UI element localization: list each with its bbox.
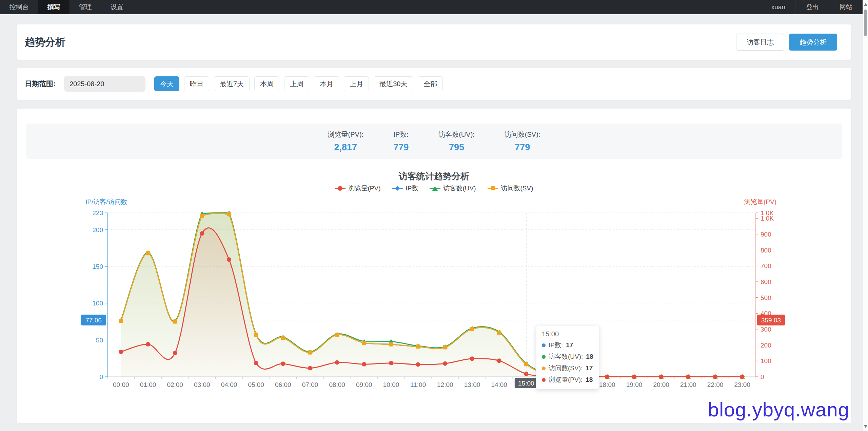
stat-label: 访问数(SV): bbox=[505, 130, 540, 139]
x-axis-label: 10:00 bbox=[383, 381, 399, 388]
nav-user-menu: xuan登出网站 bbox=[761, 0, 863, 14]
right-axis-tick-label: 600 bbox=[761, 278, 771, 285]
scrollbar-thumb[interactable] bbox=[864, 10, 867, 36]
data-point bbox=[713, 375, 717, 379]
x-axis-label: 11:00 bbox=[410, 381, 426, 388]
data-point bbox=[362, 362, 366, 367]
x-axis-label: 12:00 bbox=[437, 381, 453, 388]
date-input[interactable] bbox=[64, 76, 145, 92]
page-body: 趋势分析 访客日志趋势分析 日期范围: 今天昨日最近7天本周上周本月上月最近30… bbox=[0, 24, 868, 423]
x-axis-label: 01:00 bbox=[140, 381, 156, 388]
x-axis-label: 19:00 bbox=[626, 381, 643, 388]
right-axis-tick-label: 1.0K bbox=[761, 215, 774, 222]
x-axis-label: 03:00 bbox=[194, 381, 210, 388]
left-axis-tick-label: 100 bbox=[92, 300, 103, 307]
left-axis-tick-label: 150 bbox=[92, 263, 103, 270]
right-axis-tick-label: 100 bbox=[761, 357, 771, 364]
data-point bbox=[470, 327, 474, 331]
tooltip-row-4: 浏览量(PV):18 bbox=[542, 375, 593, 384]
stat-value: 779 bbox=[393, 142, 409, 153]
data-point bbox=[443, 361, 447, 366]
x-axis-label: 00:00 bbox=[113, 381, 129, 388]
date-range-buttons: 今天昨日最近7天本周上周本月上月最近30天全部 bbox=[154, 76, 443, 91]
range-button-1[interactable]: 今天 bbox=[154, 76, 179, 91]
data-point bbox=[389, 342, 393, 346]
x-axis-label: 04:00 bbox=[221, 381, 237, 388]
tooltip-series-name: IP数: bbox=[549, 341, 563, 350]
scrollbar-down-arrow[interactable] bbox=[864, 425, 867, 428]
x-axis-label: 05:00 bbox=[248, 381, 264, 388]
data-point bbox=[335, 360, 339, 365]
right-axis-tick-label: 800 bbox=[761, 247, 771, 254]
data-point bbox=[200, 214, 204, 218]
tooltip-title: 15:00 bbox=[542, 330, 593, 338]
nav-tab-4[interactable]: 设置 bbox=[101, 0, 133, 14]
top-navbar: 控制台撰写管理设置 xuan登出网站 bbox=[0, 0, 868, 14]
left-axis-name: IP/访客/访问数 bbox=[85, 198, 127, 205]
scrollbar[interactable] bbox=[863, 0, 868, 431]
series-color-dot bbox=[542, 378, 546, 382]
x-axis-label: 21:00 bbox=[680, 381, 696, 388]
stat-label: IP数: bbox=[393, 130, 409, 139]
data-point bbox=[119, 350, 123, 354]
tooltip-series-value: 17 bbox=[586, 364, 593, 372]
visitor-log-button[interactable]: 访客日志 bbox=[736, 34, 784, 51]
data-point bbox=[308, 366, 312, 370]
stat-3: 访客数(UV):795 bbox=[438, 130, 475, 153]
stat-value: 2,817 bbox=[328, 142, 364, 153]
header-card: 趋势分析 访客日志趋势分析 bbox=[17, 24, 851, 60]
nav-tab-3[interactable]: 管理 bbox=[70, 0, 101, 14]
stat-4: 访问数(SV):779 bbox=[505, 130, 540, 153]
left-axis-tick-label: 50 bbox=[96, 337, 103, 344]
stat-label: 浏览量(PV): bbox=[328, 130, 364, 139]
watermark: blog.ybyq.wang bbox=[708, 398, 849, 421]
crosshair-left-label: 77.06 bbox=[85, 317, 102, 324]
nav-username[interactable]: xuan bbox=[761, 0, 795, 14]
data-point bbox=[146, 251, 150, 255]
range-button-8[interactable]: 最近30天 bbox=[374, 76, 413, 91]
trend-chart[interactable]: 访客统计趋势分析 浏览量(PV)IP数访客数(UV)访问数(SV) 00:000… bbox=[17, 163, 851, 407]
nav-tab-2[interactable]: 撰写 bbox=[38, 0, 70, 14]
data-point bbox=[119, 319, 123, 323]
range-button-3[interactable]: 最近7天 bbox=[214, 76, 250, 91]
chart-canvas[interactable]: 00:0001:0002:0003:0004:0005:0006:0007:00… bbox=[17, 163, 851, 407]
trend-analysis-button[interactable]: 趋势分析 bbox=[789, 34, 837, 51]
data-point bbox=[389, 361, 393, 365]
data-point bbox=[632, 375, 636, 379]
stat-label: 访客数(UV): bbox=[438, 130, 475, 139]
data-point bbox=[146, 342, 150, 346]
data-point bbox=[686, 375, 690, 379]
left-axis-tick-label: 223 bbox=[92, 209, 103, 217]
data-point bbox=[416, 362, 420, 367]
range-button-6[interactable]: 本月 bbox=[314, 76, 339, 91]
stat-value: 779 bbox=[505, 142, 540, 153]
tooltip-row-1: IP数:17 bbox=[542, 341, 593, 350]
x-axis-label: 06:00 bbox=[275, 381, 291, 388]
nav-tab-1[interactable]: 控制台 bbox=[0, 0, 38, 14]
header-buttons: 访客日志趋势分析 bbox=[736, 34, 837, 51]
nav-logout[interactable]: 登出 bbox=[795, 0, 829, 14]
data-point bbox=[497, 331, 501, 335]
range-button-4[interactable]: 本周 bbox=[254, 76, 279, 91]
data-point bbox=[740, 375, 745, 379]
data-point bbox=[659, 375, 664, 379]
data-point bbox=[308, 351, 312, 355]
x-axis-label: 22:00 bbox=[707, 381, 724, 388]
range-button-7[interactable]: 上月 bbox=[344, 76, 369, 91]
data-point bbox=[227, 212, 231, 216]
nav-website[interactable]: 网站 bbox=[829, 0, 863, 14]
range-button-5[interactable]: 上周 bbox=[284, 76, 309, 91]
data-point bbox=[605, 375, 609, 379]
x-axis-label: 20:00 bbox=[653, 381, 669, 388]
range-button-9[interactable]: 全部 bbox=[418, 76, 443, 91]
right-axis-tick-label: 200 bbox=[761, 342, 771, 349]
stat-2: IP数:779 bbox=[393, 130, 409, 153]
tooltip-series-value: 18 bbox=[586, 376, 593, 383]
series-color-dot bbox=[542, 355, 546, 359]
range-button-2[interactable]: 昨日 bbox=[184, 76, 209, 91]
right-axis-tick-label: 700 bbox=[761, 262, 771, 269]
left-axis-tick-label: 0 bbox=[99, 373, 103, 380]
tooltip-series-name: 访客数(UV): bbox=[549, 352, 583, 361]
x-axis-label: 14:00 bbox=[491, 381, 507, 388]
scrollbar-up-arrow[interactable] bbox=[864, 3, 867, 6]
